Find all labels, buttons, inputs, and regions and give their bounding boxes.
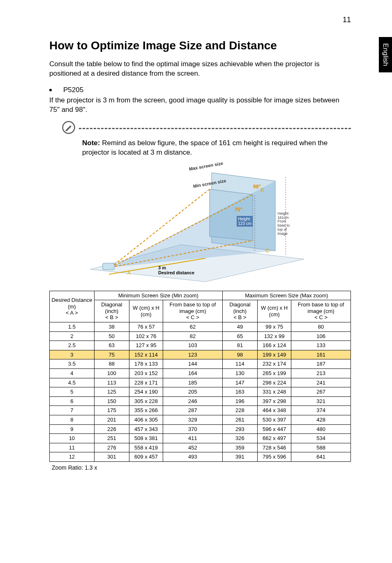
note-text: Note: Remind as below figure, the space … (82, 139, 351, 158)
table-cell: 480 (291, 424, 351, 434)
table-cell: 1.5 (50, 322, 95, 332)
col-desired-distance: Desired Distance (m) < A > (50, 291, 95, 322)
table-cell: 199 x 149 (258, 350, 291, 359)
table-cell: 226 (94, 424, 129, 434)
table-cell: 457 x 343 (129, 424, 163, 434)
table-cell: 321 (291, 396, 351, 406)
table-cell: 81 (222, 341, 257, 350)
table-cell: 452 (163, 443, 223, 452)
table-cell: 355 x 266 (129, 406, 163, 415)
table-cell: 3.5 (50, 359, 95, 369)
table-row: 375152 x 11412398199 x 149161 (50, 350, 351, 359)
table-cell: 530 x 397 (258, 415, 291, 424)
table-cell: 106 (291, 331, 351, 341)
col-max-base: From base to top of image (cm) < C > (291, 300, 351, 322)
table-cell: 728 x 546 (258, 443, 291, 452)
table-cell: 298 x 224 (258, 378, 291, 387)
table-cell: 187 (291, 359, 351, 369)
table-cell: 558 x 419 (129, 443, 163, 452)
table-cell: 123 (163, 350, 223, 359)
table-cell: 329 (163, 415, 223, 424)
table-cell: 99 x 75 (258, 322, 291, 332)
table-cell: 493 (163, 452, 223, 462)
table-cell: 12 (50, 452, 95, 462)
table-cell: 152 x 114 (129, 350, 163, 359)
bullet-dot-icon (49, 89, 52, 91)
table-cell: 7 (50, 406, 95, 415)
table-cell: 205 (163, 387, 223, 397)
table-cell: 11 (50, 443, 95, 452)
table-row: 5125254 x 190205163331 x 248267 (50, 387, 351, 397)
table-cell: 397 x 298 (258, 396, 291, 406)
table-cell: 163 (222, 387, 257, 397)
table-cell: 254 x 190 (129, 387, 163, 397)
note-label: Note: (82, 139, 100, 147)
table-cell: 62 (163, 322, 223, 332)
table-cell: 164 (163, 368, 223, 378)
table-cell: 370 (163, 424, 223, 434)
page-heading: How to Optimize Image Size and Distance (49, 39, 351, 52)
model-name: P5205 (63, 86, 83, 94)
table-cell: 8 (50, 415, 95, 424)
table-cell: 102 x 76 (129, 331, 163, 341)
pencil-icon (62, 120, 76, 136)
diagram-a-marker: A (127, 270, 131, 276)
table-cell: 147 (222, 378, 257, 387)
table-cell: 98 (222, 350, 257, 359)
table-row: 1.53876 x 57624999 x 7580 (50, 322, 351, 332)
table-cell: 251 (94, 434, 129, 443)
page-number: 11 (343, 16, 351, 24)
table-cell: 100 (94, 368, 129, 378)
table-cell: 406 x 305 (129, 415, 163, 424)
size-98-label: 98" (253, 184, 261, 190)
col-max-group: Maximum Screen Size (Max zoom) (222, 291, 350, 300)
table-cell: 103 (163, 341, 223, 350)
col-min-wh: W (cm) x H (cm) (129, 300, 163, 322)
table-cell: 4 (50, 368, 95, 378)
table-row: 4100203 x 152164130265 x 199213 (50, 368, 351, 378)
table-cell: 213 (291, 368, 351, 378)
table-cell: 65 (222, 331, 257, 341)
table-cell: 75 (94, 350, 129, 359)
table-cell: 232 x 174 (258, 359, 291, 369)
table-cell: 38 (94, 322, 129, 332)
table-row: 8201406 x 305329261530 x 397428 (50, 415, 351, 424)
table-cell: 144 (163, 359, 223, 369)
table-row: 11276558 x 419452359728 x 546588 (50, 443, 351, 452)
projection-diagram: Max screen size Min screen size 98" 75" … (82, 162, 312, 286)
table-cell: 150 (94, 396, 129, 406)
note-divider (79, 128, 351, 129)
table-cell: 588 (291, 443, 351, 452)
table-cell: 196 (222, 396, 257, 406)
table-cell: 114 (222, 359, 257, 369)
height-big-label: Height: 161cm From base to top of image (277, 212, 290, 236)
size-75-label: 75" (235, 207, 242, 213)
table-cell: 508 x 381 (129, 434, 163, 443)
table-cell: 2.5 (50, 341, 95, 350)
table-cell: 201 (94, 415, 129, 424)
table-cell: 6 (50, 396, 95, 406)
table-cell: 609 x 457 (129, 452, 163, 462)
col-min-base: From base to top of image (cm) < C > (163, 300, 223, 322)
height-small-label: Height:123 cm (237, 216, 253, 227)
table-cell: 241 (291, 378, 351, 387)
table-cell: 5 (50, 387, 95, 397)
table-cell: 228 x 171 (129, 378, 163, 387)
table-cell: 63 (94, 341, 129, 350)
intro-paragraph: Consult the table below to find the opti… (49, 60, 351, 79)
table-cell: 132 x 99 (258, 331, 291, 341)
table-cell: 641 (291, 452, 351, 462)
note-body: Remind as below figure, the space of 161… (82, 139, 327, 156)
table-cell: 374 (291, 406, 351, 415)
col-max-wh: W (cm) x H (cm) (258, 300, 291, 322)
table-cell: 80 (291, 322, 351, 332)
table-row: 7175355 x 266287228464 x 348374 (50, 406, 351, 415)
model-bullet: P5205 (49, 86, 351, 94)
col-min-diagonal: Diagonal (inch) < B > (94, 300, 129, 322)
diagram-c-marker: C (265, 248, 269, 254)
zoom-ratio-label: Zoom Ratio: 1.3 x (52, 464, 351, 471)
table-cell: 261 (222, 415, 257, 424)
table-cell: 265 x 199 (258, 368, 291, 378)
table-row: 2.563127 x 9510381166 x 124133 (50, 341, 351, 350)
diagram-b-marker: B (261, 187, 264, 193)
